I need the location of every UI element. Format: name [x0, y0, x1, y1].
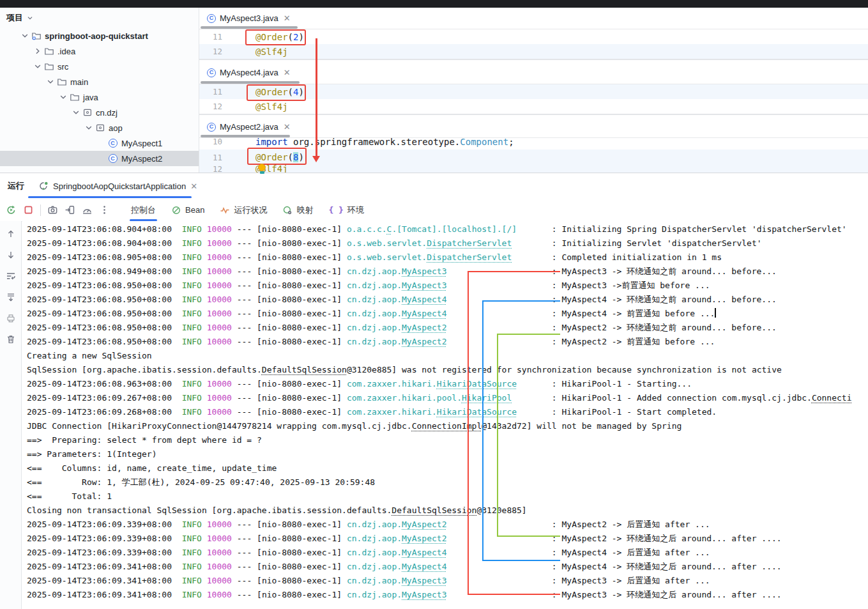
code-line-12[interactable]: 12@Slf4j: [199, 165, 868, 173]
code-line-12[interactable]: 12@Slf4j: [199, 99, 868, 114]
console-class-link[interactable]: HikariDataSource: [437, 407, 517, 417]
console-class-link[interactable]: HikariPool: [462, 393, 512, 403]
up-arrow-icon[interactable]: [6, 229, 16, 239]
console-line: 2025-09-14T23:06:09.268+08:00 INFO 10000…: [27, 405, 868, 419]
console-line: 2025-09-14T23:06:09.341+08:00 INFO 10000…: [27, 588, 868, 602]
console-class-link[interactable]: MyAspect4: [402, 548, 446, 557]
close-icon[interactable]: ✕: [284, 68, 291, 77]
editor-tab-label: MyAspect2.java: [220, 122, 278, 132]
bean-icon: [171, 205, 181, 215]
tool-tab-bean[interactable]: Bean: [165, 199, 211, 221]
chevron-down-icon[interactable]: [45, 77, 56, 87]
chevron-down-icon[interactable]: [57, 92, 68, 102]
console-class-link[interactable]: MyAspect3: [402, 281, 446, 290]
tool-window-tabs: 控制台Bean运行状况映射{ }环境: [125, 199, 370, 221]
horizontal-scrollbar[interactable]: [201, 81, 300, 84]
code-text: @Slf4j: [255, 165, 288, 173]
pane-splitter[interactable]: [199, 114, 868, 115]
stop-button[interactable]: [20, 202, 37, 219]
tool-tab-console[interactable]: 控制台: [125, 199, 162, 221]
console-class-link[interactable]: ConnectionImpl: [412, 421, 482, 431]
console-class-link[interactable]: MyAspect3: [402, 266, 446, 276]
code-line-11[interactable]: 11@Order(2): [199, 29, 868, 44]
console-line: <== Total: 1: [27, 490, 868, 504]
editor-tab[interactable]: C MyAspect4.java ✕: [199, 61, 297, 84]
console-class-link[interactable]: DefaultSqlSession: [262, 365, 347, 374]
chevron-down-icon[interactable]: [19, 31, 30, 41]
chevron-down-icon[interactable]: [83, 123, 94, 133]
tree-item-main[interactable]: main: [0, 74, 199, 89]
health-icon: [220, 205, 230, 215]
console-output: 2025-09-14T23:06:08.904+08:00 INFO 10000…: [22, 221, 868, 609]
console-line: JDBC Connection [HikariProxyConnection@1…: [27, 419, 868, 433]
tree-item-label: main: [70, 77, 88, 87]
tree-item-label: java: [83, 93, 98, 102]
console-line: 2025-09-14T23:06:09.267+08:00 INFO 10000…: [27, 391, 868, 405]
console-class-link[interactable]: MyAspect4: [402, 309, 446, 318]
tool-tab-health[interactable]: 运行状况: [213, 199, 273, 221]
clear-all-icon[interactable]: [6, 334, 16, 344]
editor-pane-myaspect3: C MyAspect3.java ✕ 11@Order(2)12@Slf4j: [199, 8, 868, 59]
rerun-button[interactable]: [3, 202, 20, 219]
console-class-link[interactable]: DispatcherServlet: [427, 238, 512, 248]
tree-item-aop[interactable]: aop: [0, 120, 199, 135]
pane-splitter[interactable]: [199, 59, 868, 60]
horizontal-scrollbar[interactable]: [201, 135, 290, 137]
console-class-link[interactable]: DefaultSqlSession: [392, 505, 476, 515]
tree-item-springboot-aop-quickstart[interactable]: springboot-aop-quickstart: [0, 28, 199, 43]
text-caret: [715, 308, 716, 318]
class-icon: C: [207, 123, 216, 132]
tool-tab-mappings[interactable]: 映射: [276, 199, 319, 221]
console-line: 2025-09-14T23:06:08.905+08:00 INFO 10000…: [27, 251, 868, 265]
active-tab-underline: [28, 196, 192, 198]
soft-wrap-icon[interactable]: [6, 271, 16, 281]
console-class-link[interactable]: MyAspect3: [402, 576, 446, 585]
console-class-link[interactable]: MyAspect3: [402, 590, 446, 599]
console-line: 2025-09-14T23:06:08.904+08:00 INFO 10000…: [27, 222, 868, 236]
more-options-button[interactable]: [96, 202, 113, 219]
console-class-link[interactable]: MyAspect2: [402, 520, 446, 529]
print-icon[interactable]: [6, 313, 16, 323]
tool-tab-environment[interactable]: { }环境: [322, 199, 370, 221]
code-line-11[interactable]: 11@Order(8): [199, 150, 868, 165]
thread-dump-button[interactable]: [61, 202, 79, 219]
screenshot-button[interactable]: [44, 202, 61, 219]
console-class-link[interactable]: MyAspect4: [402, 562, 446, 571]
editor-pane-myaspect2: C MyAspect2.java ✕ 10import org.springfr…: [199, 116, 868, 173]
console-line: Closing non transactional SqlSession [or…: [27, 504, 868, 518]
chevron-down-icon[interactable]: [32, 61, 43, 72]
chevron-down-icon[interactable]: [70, 107, 81, 118]
run-config-tab[interactable]: SpringbootAopQuickstartApplication ✕: [38, 173, 197, 199]
close-icon[interactable]: ✕: [190, 181, 197, 191]
console-line: <== Columns: id, name, create_time, upda…: [27, 461, 868, 475]
tree-item-cn-dzj[interactable]: cn.dzj: [0, 105, 199, 120]
console-class-link[interactable]: Connecti: [812, 393, 852, 403]
code-line-10[interactable]: 10import org.springframework.stereotype.…: [199, 138, 868, 150]
down-arrow-icon[interactable]: [6, 250, 16, 260]
editor-tab-label: MyAspect4.java: [220, 68, 278, 77]
tree-item-myaspect1[interactable]: CMyAspect1: [0, 135, 199, 151]
console-class-link[interactable]: MyAspect2: [402, 323, 446, 332]
close-icon[interactable]: ✕: [284, 122, 291, 132]
project-panel-header[interactable]: 项目: [0, 8, 199, 28]
tree-item-myaspect2[interactable]: CMyAspect2: [0, 151, 199, 166]
tree-item-label: aop: [109, 123, 123, 133]
editor-tab-label: MyAspect3.java: [220, 13, 278, 23]
close-icon[interactable]: ✕: [284, 13, 291, 23]
scroll-to-end-icon[interactable]: [6, 292, 16, 302]
tree-item--idea[interactable]: .idea: [0, 43, 199, 59]
profiler-button[interactable]: [79, 202, 96, 219]
code-text: @Order(4): [255, 87, 304, 97]
console-class-link[interactable]: MyAspect4: [402, 295, 446, 304]
chevron-right-icon[interactable]: [32, 46, 43, 56]
code-line-12[interactable]: 12@Slf4j: [199, 44, 868, 59]
console-class-link[interactable]: DispatcherServlet: [427, 252, 512, 262]
horizontal-scrollbar[interactable]: [201, 26, 298, 29]
console-class-link[interactable]: MyAspect2: [402, 534, 446, 543]
console-class-link[interactable]: HikariDataSource: [437, 379, 517, 389]
code-line-11[interactable]: 11@Order(4): [199, 84, 868, 99]
tree-item-src[interactable]: src: [0, 59, 199, 74]
tree-item-java[interactable]: java: [0, 89, 199, 105]
tree-item-label: springboot-aop-quickstart: [45, 31, 148, 41]
console-class-link[interactable]: MyAspect2: [402, 337, 446, 346]
